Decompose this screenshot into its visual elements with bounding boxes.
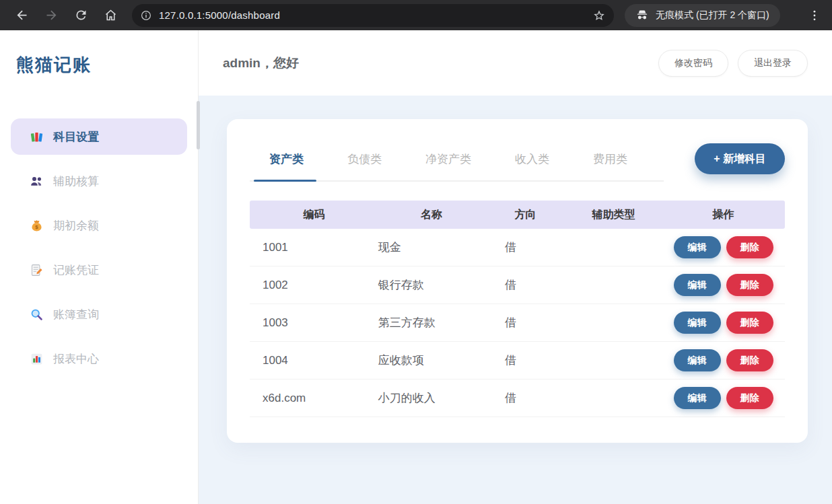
sidebar-item-label: 账簿查询 (53, 307, 99, 322)
subjects-card: 资产类 负债类 净资产类 收入类 费用类 + 新增科目 编码 名称 方向 辅助类… (227, 119, 808, 443)
table-header: 编码 名称 方向 辅助类型 操作 (250, 201, 785, 229)
tabs-row: 资产类 负债类 净资产类 收入类 费用类 + 新增科目 (250, 150, 785, 182)
browser-toolbar: 127.0.0.1:5000/dashboard 无痕模式 (已打开 2 个窗口… (0, 0, 832, 30)
sidebar: 熊猫记账 科目设置 辅助核算 $ 期初余额 (0, 30, 199, 504)
sidebar-item-ledger-query[interactable]: 账簿查询 (11, 296, 187, 332)
cell-code: 1004 (250, 354, 378, 367)
sidebar-item-reports[interactable]: 报表中心 (11, 340, 187, 377)
delete-button[interactable]: 删除 (726, 349, 773, 371)
column-header-code: 编码 (250, 208, 378, 222)
cell-name: 应收款项 (378, 353, 485, 368)
search-icon (30, 308, 44, 322)
table-row: x6d.com 小刀的收入 借 编辑 删除 (250, 380, 785, 417)
sidebar-item-label: 报表中心 (53, 351, 99, 367)
tab-liabilities[interactable]: 负债类 (337, 150, 392, 180)
edit-button[interactable]: 编辑 (674, 236, 721, 258)
cell-code: 1003 (250, 316, 378, 330)
cell-name: 第三方存款 (378, 315, 485, 330)
sidebar-item-label: 辅助核算 (53, 174, 99, 189)
back-icon[interactable] (10, 4, 33, 27)
main-area: admin，您好 修改密码 退出登录 资产类 负债类 净资产类 收入类 费用类 … (199, 30, 832, 504)
incognito-label: 无痕模式 (已打开 2 个窗口) (656, 9, 769, 22)
logout-button[interactable]: 退出登录 (738, 50, 808, 77)
cell-code: 1002 (250, 279, 378, 292)
table-row: 1003 第三方存款 借 编辑 删除 (250, 304, 785, 342)
cell-direction: 借 (485, 353, 565, 368)
svg-text:$: $ (35, 224, 38, 230)
edit-button[interactable]: 编辑 (674, 312, 721, 334)
delete-button[interactable]: 删除 (726, 387, 773, 409)
cell-name: 现金 (378, 240, 485, 255)
forward-icon[interactable] (40, 4, 63, 27)
reload-icon[interactable] (69, 4, 92, 27)
page-header: admin，您好 修改密码 退出登录 (199, 30, 832, 96)
sidebar-item-label: 期初余额 (53, 218, 99, 233)
user-greeting: admin，您好 (223, 55, 299, 72)
sidebar-item-label: 科目设置 (53, 129, 99, 145)
delete-button[interactable]: 删除 (726, 274, 773, 296)
cell-code: 1001 (250, 241, 378, 254)
column-header-actions: 操作 (662, 208, 785, 222)
tab-expenses[interactable]: 费用类 (583, 150, 637, 180)
edit-button[interactable]: 编辑 (674, 349, 721, 371)
column-header-name: 名称 (378, 208, 485, 222)
edit-button[interactable]: 编辑 (674, 387, 721, 409)
sidebar-item-label: 记账凭证 (53, 262, 99, 278)
sidebar-nav: 科目设置 辅助核算 $ 期初余额 记账凭证 (11, 118, 187, 377)
bar-chart-icon (30, 352, 44, 366)
cell-direction: 借 (485, 315, 565, 330)
browser-menu-icon[interactable] (808, 9, 821, 22)
cell-direction: 借 (485, 390, 565, 406)
sidebar-item-subjects[interactable]: 科目设置 (11, 118, 187, 155)
table-row: 1001 现金 借 编辑 删除 (250, 229, 785, 266)
edit-button[interactable]: 编辑 (674, 274, 721, 296)
address-bar[interactable]: 127.0.0.1:5000/dashboard (132, 4, 614, 27)
column-header-aux-type: 辅助类型 (565, 208, 662, 222)
bookmark-star-icon[interactable] (592, 9, 606, 22)
cell-name: 小刀的收入 (378, 390, 485, 406)
change-password-button[interactable]: 修改密码 (658, 50, 728, 77)
table-row: 1002 银行存款 借 编辑 删除 (250, 266, 785, 304)
site-info-icon[interactable] (140, 9, 152, 22)
home-icon[interactable] (99, 4, 122, 27)
app-logo: 熊猫记账 (0, 30, 198, 77)
sidebar-item-aux-accounting[interactable]: 辅助核算 (11, 163, 187, 199)
delete-button[interactable]: 删除 (726, 312, 773, 334)
users-icon (30, 174, 44, 188)
delete-button[interactable]: 删除 (726, 236, 773, 258)
cell-code: x6d.com (250, 392, 378, 405)
scrollbar-thumb[interactable] (197, 101, 200, 149)
column-header-direction: 方向 (485, 208, 565, 222)
incognito-icon (635, 9, 649, 22)
cell-direction: 借 (485, 277, 565, 293)
cell-direction: 借 (485, 240, 565, 255)
content-area: 资产类 负债类 净资产类 收入类 费用类 + 新增科目 编码 名称 方向 辅助类… (199, 96, 832, 504)
add-subject-button[interactable]: + 新增科目 (695, 143, 785, 174)
tab-income[interactable]: 收入类 (505, 150, 559, 180)
memo-icon (30, 263, 44, 277)
tab-assets[interactable]: 资产类 (259, 150, 314, 180)
books-icon (30, 130, 44, 144)
cell-name: 银行存款 (378, 277, 485, 293)
money-bag-icon: $ (30, 219, 44, 233)
table-row: 1004 应收款项 借 编辑 删除 (250, 342, 785, 380)
category-tabs: 资产类 负债类 净资产类 收入类 费用类 (250, 150, 664, 182)
sidebar-item-opening-balance[interactable]: $ 期初余额 (11, 207, 187, 244)
app-shell: 熊猫记账 科目设置 辅助核算 $ 期初余额 (0, 30, 832, 504)
url-text[interactable]: 127.0.0.1:5000/dashboard (159, 9, 280, 21)
incognito-badge[interactable]: 无痕模式 (已打开 2 个窗口) (625, 4, 780, 27)
tab-net-assets[interactable]: 净资产类 (415, 150, 481, 180)
sidebar-item-vouchers[interactable]: 记账凭证 (11, 252, 187, 288)
